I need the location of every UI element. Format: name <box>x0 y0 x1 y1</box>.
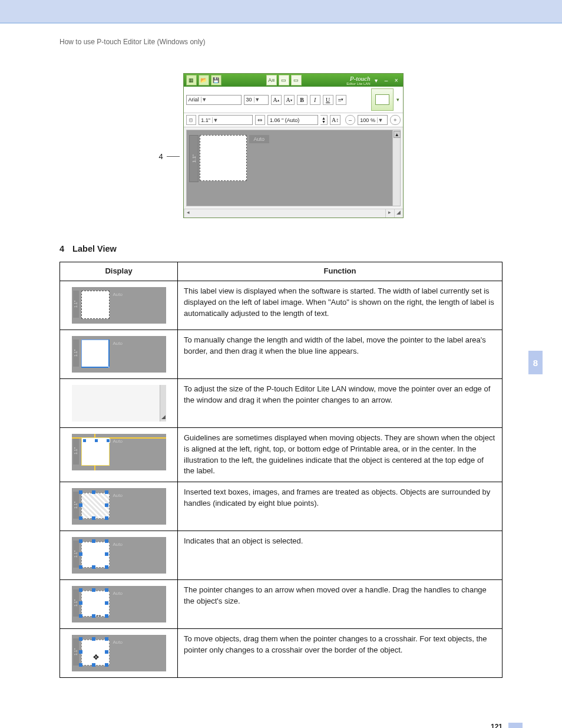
zoom-in-icon[interactable]: + <box>390 115 401 125</box>
thumb-resize-label: 1.1" Auto <box>72 336 166 373</box>
tape-width-icon[interactable]: ⎅ <box>186 115 197 125</box>
tape-toolbar: ⎅ 1.1"▼ ⇔ 1.06 " (Auto) ▲▼ A↕ – 100 %▼ + <box>184 113 403 127</box>
orientation-icon[interactable]: A↕ <box>330 115 340 125</box>
zoom-value: 100 % <box>360 117 375 123</box>
open-icon[interactable]: 📂 <box>199 75 209 85</box>
chevron-down-icon[interactable]: ▼ <box>201 97 207 103</box>
underline-button[interactable]: U <box>323 95 333 105</box>
table-row: ◢ To adjust the size of the P-touch Edit… <box>60 378 503 427</box>
scroll-left-icon[interactable]: ◂ <box>184 209 193 218</box>
handle-dot <box>79 601 82 605</box>
handle-dot <box>92 663 95 667</box>
table-row: 1.1" Auto This label view is displayed w… <box>60 281 503 330</box>
new-icon[interactable]: ▦ <box>186 75 197 85</box>
handle-dot <box>105 614 108 618</box>
thumb-ruler: 1.1" <box>73 340 79 367</box>
handle-dot <box>79 650 82 654</box>
align-button[interactable]: ≡▾ <box>336 95 346 105</box>
thumb-object-selected: 1.1" Auto <box>72 537 166 574</box>
callout-leader-line <box>167 156 180 157</box>
handle-dot <box>105 516 108 520</box>
handle-dot <box>79 552 82 556</box>
table-row: 1.1" Auto Indicates that an object is se… <box>60 531 503 580</box>
handle-dot <box>105 650 108 654</box>
font-toolbar: Arial▼ 30▼ A▴ A▾ B I U ≡▾ ▾ <box>184 87 403 113</box>
handle-dot <box>92 588 95 592</box>
handle-dot <box>105 552 108 556</box>
font-size-select[interactable]: 30▼ <box>244 95 269 105</box>
thumb-ruler: 1.1" <box>73 492 79 519</box>
table-row: 1.1" Auto To manually change the length … <box>60 330 503 378</box>
close-icon[interactable]: × <box>392 76 401 84</box>
minimize-icon[interactable]: – <box>382 76 391 84</box>
function-text: To move objects, drag them when the poin… <box>178 629 503 678</box>
thumb-default-view: 1.1" Auto <box>72 287 166 324</box>
thumb-auto-tag: Auto <box>111 492 125 500</box>
tape-length-select[interactable]: 1.06 " (Auto) <box>267 115 318 125</box>
handle-dot <box>105 601 108 605</box>
menu-dropdown-icon[interactable]: ▾ <box>372 76 381 84</box>
handle-dot <box>92 565 95 569</box>
scroll-right-icon[interactable]: ▸ <box>385 209 394 218</box>
textframe-icon[interactable]: A≡ <box>266 75 277 85</box>
ptouch-app-window: ▦ 📂 💾 A≡ ▭ ▭ P-touch Editor Lite LAN ▾ – <box>183 73 404 218</box>
vertical-scrollbar[interactable]: ▲ <box>392 130 400 206</box>
label-outline[interactable] <box>200 135 247 181</box>
italic-button[interactable]: I <box>310 95 320 105</box>
thumb-guidelines: 1.1" Auto <box>72 434 166 470</box>
app-logo-sub: Editor Lite LAN <box>346 82 370 85</box>
image-icon[interactable]: ▭ <box>279 75 289 85</box>
resize-grip-icon[interactable]: ◢ <box>394 209 403 218</box>
tape-length-icon[interactable]: ⇔ <box>255 115 266 125</box>
horizontal-scrollbar[interactable]: ◂ ▸ ◢ <box>184 209 403 218</box>
frame-icon[interactable]: ▭ <box>291 75 302 85</box>
page-number-tab <box>508 723 523 728</box>
handle-dot <box>105 663 108 667</box>
thumb-auto-tag: Auto <box>111 541 125 549</box>
function-text: Indicates that an object is selected. <box>178 531 503 580</box>
handle-dot <box>105 490 108 494</box>
print-panel[interactable] <box>371 88 394 111</box>
label-canvas[interactable]: 1.1" Auto ▲ <box>186 130 401 206</box>
app-logo: P-touch <box>346 75 370 82</box>
section-number: 4 <box>59 244 64 253</box>
thumb-auto-tag: Auto <box>111 437 125 446</box>
font-name-select[interactable]: Arial▼ <box>186 95 242 105</box>
chevron-down-icon[interactable]: ▾ <box>396 97 401 103</box>
decrease-font-icon[interactable]: A▾ <box>284 95 295 105</box>
thumb-auto-tag: Auto <box>111 589 125 598</box>
handle-dot <box>92 637 95 641</box>
handle-dot <box>105 637 108 641</box>
function-text: This label view is displayed when the so… <box>178 281 503 330</box>
handle-dot <box>79 516 82 520</box>
function-text: Inserted text boxes, images, and frames … <box>178 482 503 531</box>
thumb-auto-tag: Auto <box>111 638 125 647</box>
scroll-up-icon[interactable]: ▲ <box>394 131 401 138</box>
chevron-down-icon[interactable]: ▼ <box>377 117 384 123</box>
handle-dot <box>92 490 95 494</box>
bold-button[interactable]: B <box>297 95 308 105</box>
tape-width-select[interactable]: 1.1"▼ <box>199 115 252 125</box>
thumb-auto-tag: Auto <box>111 340 125 348</box>
zoom-select[interactable]: 100 %▼ <box>358 115 388 125</box>
tape-width-value: 1.1" <box>201 117 210 123</box>
section-heading: 4 Label View <box>59 244 503 253</box>
label-view-figure: 4 ▦ 📂 💾 A≡ ▭ ▭ P-touch Edit <box>59 73 503 218</box>
handle-dot <box>79 614 82 618</box>
chevron-down-icon[interactable]: ▼ <box>254 97 260 103</box>
thumb-resize-handle: 1.1" ↔ Auto <box>72 586 166 622</box>
font-size-value: 30 <box>246 97 252 103</box>
table-row: 1.1" ✥ Auto To move objects, drag them w… <box>60 629 503 678</box>
zoom-out-icon[interactable]: – <box>345 115 356 125</box>
handle-dot <box>79 588 82 592</box>
stepper-icon[interactable]: ▲▼ <box>320 115 328 125</box>
handle-dot <box>105 503 108 507</box>
chevron-down-icon[interactable]: ▼ <box>212 117 219 123</box>
handle-dot <box>105 588 108 592</box>
increase-font-icon[interactable]: A▴ <box>271 95 282 105</box>
breadcrumb: How to use P-touch Editor Lite (Windows … <box>59 38 503 46</box>
handle-dot <box>79 503 82 507</box>
table-row: 1.1" ↔ Auto The pointer changes to an ar… <box>60 580 503 629</box>
col-function-header: Function <box>178 262 503 281</box>
save-icon[interactable]: 💾 <box>211 75 222 85</box>
